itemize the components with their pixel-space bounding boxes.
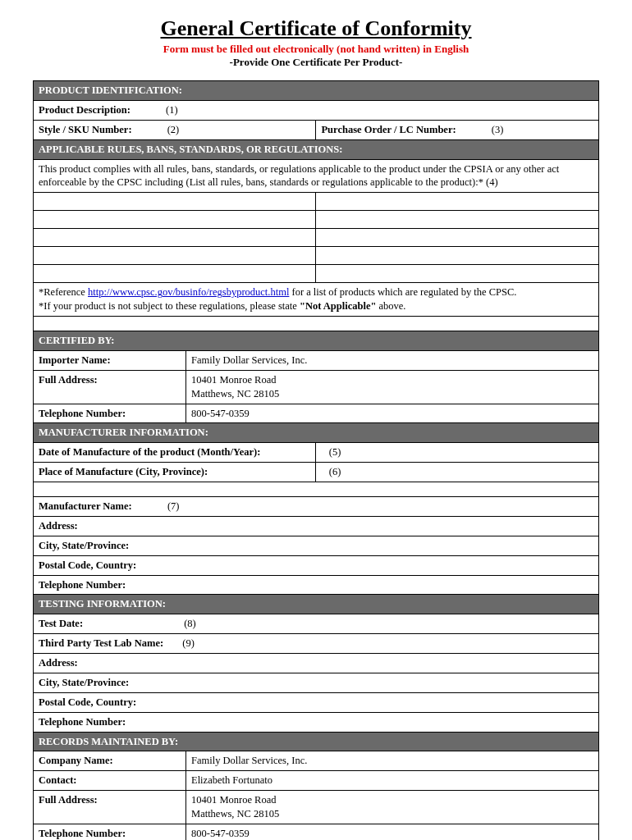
cpsc-link[interactable]: http://www.cpsc.gov/businfo/regsbyproduc… xyxy=(88,286,289,298)
records-contact-label: Contact: xyxy=(34,771,186,791)
cert-phone-value: 800-547-0359 xyxy=(186,404,599,423)
cert-address-value: 10401 Monroe Road Matthews, NC 28105 xyxy=(186,370,599,404)
section-manufacturer: MANUFACTURER INFORMATION: xyxy=(34,423,599,443)
style-sku-label: Style / SKU Number: xyxy=(39,124,132,135)
section-testing: TESTING INFORMATION: xyxy=(34,595,599,614)
records-company-value: Family Dollar Services, Inc. xyxy=(186,751,599,771)
compliance-text: This product complies with all rules, ba… xyxy=(34,159,599,193)
test-city-label: City, State/Province: xyxy=(39,677,129,688)
subtitle-instruction: Form must be filled out electronically (… xyxy=(33,43,599,56)
mfg-date-label: Date of Manufacture of the product (Mont… xyxy=(39,446,260,458)
records-address-value: 10401 Monroe Road Matthews, NC 28105 xyxy=(186,791,599,824)
rule-cell[interactable] xyxy=(316,265,599,283)
records-phone-label: Telephone Number: xyxy=(34,824,186,840)
mfg-name-field[interactable]: (7) xyxy=(167,500,180,514)
test-date-field[interactable]: (8) xyxy=(184,617,196,631)
mfg-date-field[interactable]: (5) xyxy=(316,443,599,463)
rule-cell[interactable] xyxy=(34,193,316,211)
po-label: Purchase Order / LC Number: xyxy=(321,124,456,135)
lab-name-field[interactable]: (9) xyxy=(182,637,195,651)
importer-label: Importer Name: xyxy=(34,350,186,370)
style-sku-field[interactable]: (2) xyxy=(167,123,180,137)
section-certified-by: CERTIFIED BY: xyxy=(34,331,599,351)
records-company-label: Company Name: xyxy=(34,751,186,771)
rule-cell[interactable] xyxy=(34,211,316,229)
rule-cell[interactable] xyxy=(34,265,316,283)
mfg-name-label: Manufacturer Name: xyxy=(39,500,132,512)
po-field[interactable]: (3) xyxy=(492,123,504,137)
test-phone-label: Telephone Number: xyxy=(39,716,126,728)
section-applicable-rules: APPLICABLE RULES, BANS, STANDARDS, OR RE… xyxy=(34,139,599,159)
reference-note: *Reference http://www.cpsc.gov/businfo/r… xyxy=(34,283,599,317)
mfg-city-label: City, State/Province: xyxy=(39,540,129,551)
mfg-place-field[interactable]: (6) xyxy=(316,463,599,482)
mfg-address-label: Address: xyxy=(39,520,78,532)
product-description-field[interactable]: (1) xyxy=(166,103,178,117)
mfg-postal-label: Postal Code, Country: xyxy=(39,559,136,571)
rule-cell[interactable] xyxy=(34,229,316,247)
test-date-label: Test Date: xyxy=(39,618,83,629)
records-contact-value: Elizabeth Fortunato xyxy=(186,771,599,791)
test-address-label: Address: xyxy=(39,657,78,669)
rule-cell[interactable] xyxy=(316,193,599,211)
certificate-form: PRODUCT IDENTIFICATION: Product Descript… xyxy=(33,80,599,840)
cert-address-label: Full Address: xyxy=(34,370,186,404)
records-address-label: Full Address: xyxy=(34,791,186,824)
product-description-label: Product Description: xyxy=(39,104,131,116)
section-records: RECORDS MAINTAINED BY: xyxy=(34,732,599,751)
page-title: General Certificate of Conformity xyxy=(33,16,599,41)
rule-cell[interactable] xyxy=(316,229,599,247)
mfg-place-label: Place of Manufacture (City, Province): xyxy=(39,466,208,477)
rule-cell[interactable] xyxy=(316,247,599,265)
mfg-phone-label: Telephone Number: xyxy=(39,579,126,591)
section-product-id: PRODUCT IDENTIFICATION: xyxy=(34,81,599,101)
records-phone-value: 800-547-0359 xyxy=(186,824,599,840)
importer-value: Family Dollar Services, Inc. xyxy=(186,350,599,370)
lab-name-label: Third Party Test Lab Name: xyxy=(39,637,163,649)
rule-cell[interactable] xyxy=(316,211,599,229)
subtitle-note: -Provide One Certificate Per Product- xyxy=(33,56,599,69)
cert-phone-label: Telephone Number: xyxy=(34,404,186,423)
test-postal-label: Postal Code, Country: xyxy=(39,696,136,708)
rule-cell[interactable] xyxy=(34,247,316,265)
